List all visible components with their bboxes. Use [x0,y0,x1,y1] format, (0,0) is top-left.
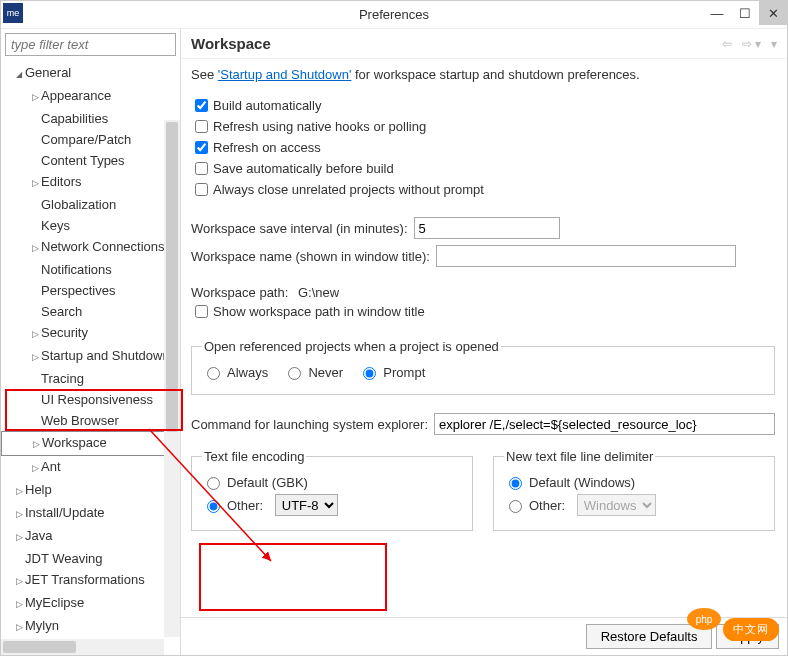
watermark: php 中文网 [723,618,779,641]
tree-item[interactable]: Mylyn [1,615,180,638]
tree-item[interactable]: Java [1,525,180,548]
workspace-path-value: G:\new [298,285,339,300]
tree-item[interactable]: MyEclipse [1,592,180,615]
tree-item[interactable]: Compare/Patch [1,129,180,150]
tree-item[interactable]: Startup and Shutdown [1,345,180,368]
always-radio[interactable] [207,367,220,380]
delimiter-legend: New text file line delimiter [504,449,655,464]
workspace-name-label: Workspace name (shown in window title): [191,249,430,264]
tree-item[interactable]: Web Browser [1,410,180,431]
app-icon: me [3,3,23,23]
close-unrelated-label: Always close unrelated projects without … [213,182,484,197]
build-automatically-label: Build automatically [213,98,321,113]
close-button[interactable]: ✕ [759,1,787,25]
encoding-legend: Text file encoding [202,449,306,464]
show-path-label: Show workspace path in window title [213,304,425,319]
build-automatically-checkbox[interactable] [195,99,208,112]
tree-item[interactable]: Perspectives [1,280,180,301]
main-content: See 'Startup and Shutdown' for workspace… [181,59,787,617]
tree-item[interactable]: Search [1,301,180,322]
back-icon[interactable]: ⇦ [722,37,732,51]
tree-item[interactable]: Tracing [1,368,180,389]
scrollbar-vertical[interactable] [164,120,180,637]
tree-item[interactable]: Help [1,479,180,502]
refresh-native-checkbox[interactable] [195,120,208,133]
save-before-build-label: Save automatically before build [213,161,394,176]
sidebar: General AppearanceCapabilitiesCompare/Pa… [1,29,181,655]
minimize-button[interactable]: — [703,1,731,25]
prompt-radio[interactable] [363,367,376,380]
tree-item[interactable]: Ant [1,456,180,479]
workspace-path-label: Workspace path: [191,285,288,300]
tree-item[interactable]: Content Types [1,150,180,171]
tree-item[interactable]: Security [1,322,180,345]
encoding-default-radio[interactable] [207,477,220,490]
tree-item-workspace[interactable]: Workspace [1,431,180,456]
refresh-native-label: Refresh using native hooks or polling [213,119,426,134]
never-radio[interactable] [288,367,301,380]
filter-input[interactable] [5,33,176,56]
save-interval-input[interactable] [414,217,560,239]
delimiter-default-radio[interactable] [509,477,522,490]
menu-icon[interactable]: ▾ [771,37,777,51]
tree-item[interactable]: Install/Update [1,502,180,525]
forward-icon[interactable]: ⇨ ▾ [742,37,761,51]
tree-item-general[interactable]: General [1,62,180,85]
tree-item[interactable]: Capabilities [1,108,180,129]
delimiter-fieldset: New text file line delimiter Default (Wi… [493,449,775,531]
save-before-build-checkbox[interactable] [195,162,208,175]
command-input[interactable] [434,413,775,435]
tree-item[interactable]: JDT Weaving [1,548,180,569]
encoding-fieldset: Text file encoding Default (GBK) Other: … [191,449,473,531]
close-unrelated-checkbox[interactable] [195,183,208,196]
tree-item[interactable]: Globalization [1,194,180,215]
refresh-access-checkbox[interactable] [195,141,208,154]
save-interval-label: Workspace save interval (in minutes): [191,221,408,236]
encoding-select[interactable]: UTF-8 [275,494,338,516]
open-referenced-fieldset: Open referenced projects when a project … [191,339,775,395]
header-nav-icons: ⇦ ⇨ ▾ ▾ [716,36,777,51]
tree-item[interactable]: Editors [1,171,180,194]
workspace-name-input[interactable] [436,245,736,267]
show-path-checkbox[interactable] [195,305,208,318]
delimiter-other-radio[interactable] [509,500,522,513]
tree-item[interactable]: UI Responsiveness [1,389,180,410]
preferences-tree[interactable]: General AppearanceCapabilitiesCompare/Pa… [1,60,180,655]
maximize-button[interactable]: ☐ [731,1,759,25]
tree-item[interactable]: Notifications [1,259,180,280]
startup-shutdown-link[interactable]: 'Startup and Shutdown' [218,67,352,82]
window-title: Preferences [359,7,429,22]
tree-item[interactable]: JET Transformations [1,569,180,592]
tree-item[interactable]: Appearance [1,85,180,108]
scrollbar-horizontal[interactable] [1,639,164,655]
intro-text: See 'Startup and Shutdown' for workspace… [191,67,775,82]
encoding-other-radio[interactable] [207,500,220,513]
delimiter-select[interactable]: Windows [577,494,656,516]
tree-item[interactable]: Keys [1,215,180,236]
command-label: Command for launching system explorer: [191,417,428,432]
titlebar: me Preferences — ☐ ✕ [1,1,787,29]
open-referenced-legend: Open referenced projects when a project … [202,339,501,354]
page-title: Workspace [191,35,716,52]
refresh-access-label: Refresh on access [213,140,321,155]
tree-item[interactable]: Network Connections [1,236,180,259]
